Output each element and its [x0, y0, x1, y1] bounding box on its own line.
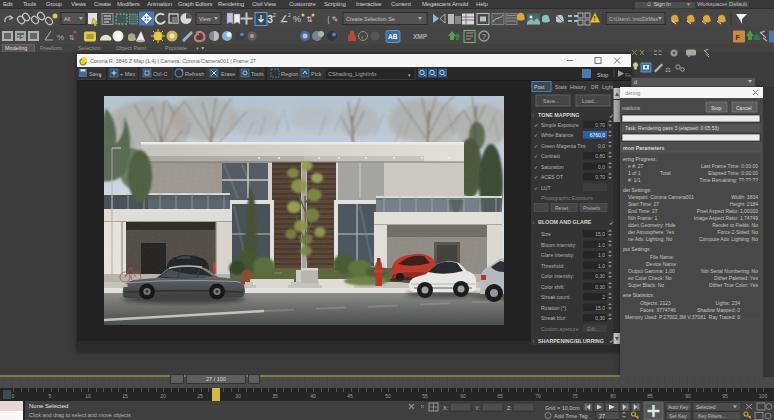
svg-text:Photographic Exposure: Photographic Exposure: [541, 195, 593, 201]
svg-text:Task: Rendering pass 3 (elap: Task: Rendering pass 3 (elapsed: 0:05:53…: [625, 125, 719, 131]
svg-text:↕: ↕: [532, 112, 535, 118]
svg-text:15,0: 15,0: [595, 231, 605, 237]
svg-text:Nth Frame: 1: Nth Frame: 1: [628, 215, 657, 221]
svg-text:Color intensity:: Color intensity:: [541, 273, 574, 279]
svg-text:Reset: Reset: [555, 205, 569, 211]
svg-text:Time Remaining: ??:??:??: Time Remaining: ??:??:??: [700, 177, 759, 183]
svg-text:Dither Paletted: Yes: Dither Paletted: Yes: [714, 275, 758, 281]
svg-text:dering: dering: [625, 90, 640, 96]
svg-text:Shadow Mapped: 0: Shadow Mapped: 0: [697, 307, 740, 313]
svg-text:+ Max: + Max: [120, 71, 135, 77]
svg-text:Y:: Y:: [475, 405, 480, 411]
svg-text:ACES OT: ACES OT: [541, 174, 563, 180]
svg-text:!: !: [593, 15, 595, 22]
svg-text:Contrast: Contrast: [541, 153, 561, 159]
svg-text:White Balance: White Balance: [541, 132, 573, 138]
svg-text:%: %: [293, 14, 301, 24]
svg-text:2: 2: [288, 12, 291, 18]
svg-text:Faces: 9774746: Faces: 9774746: [640, 307, 676, 313]
svg-text:Key Filters...: Key Filters...: [698, 413, 726, 419]
svg-text:15,0: 15,0: [595, 305, 605, 311]
svg-text:Erase: Erase: [221, 71, 235, 77]
svg-text:Start Time: 27: Start Time: 27: [628, 201, 659, 207]
svg-text:Cancel: Cancel: [736, 105, 752, 111]
svg-text:Pick: Pick: [311, 71, 322, 77]
svg-text:LUT: LUT: [541, 185, 550, 191]
svg-text:0,70: 0,70: [595, 122, 605, 128]
svg-text:Nth Serial Numbering: No: Nth Serial Numbering: No: [701, 268, 758, 274]
svg-text:2: 2: [602, 294, 605, 300]
svg-text:e #: 27: e #: 27: [628, 163, 644, 169]
svg-text:Stop: Stop: [711, 105, 722, 111]
svg-text:⚖: ⚖: [665, 66, 671, 73]
svg-text:Color shift:: Color shift:: [541, 284, 565, 290]
svg-text:XMP: XMP: [413, 33, 428, 40]
svg-text:⇅: ⇅: [69, 34, 75, 41]
svg-text:C:\Users\..\mtcDirMax: C:\Users\..\mtcDirMax: [609, 16, 658, 22]
svg-text:Auto Key: Auto Key: [668, 404, 689, 410]
svg-text:1 of 1: 1 of 1: [628, 170, 641, 176]
svg-text:History: History: [570, 84, 587, 90]
svg-text:i: i: [362, 34, 363, 40]
svg-text:AB: AB: [388, 33, 398, 40]
svg-text:DR: DR: [591, 84, 599, 90]
svg-text:Last Frame Time: 0:00:00: Last Frame Time: 0:00:00: [701, 163, 758, 169]
svg-text:Stats: Stats: [555, 84, 567, 90]
svg-text:Edit...: Edit...: [587, 326, 600, 332]
svg-text:Grid = 10,0cm: Grid = 10,0cm: [545, 405, 580, 411]
svg-text:Width: 3834: Width: 3834: [731, 194, 758, 200]
svg-text:F: F: [736, 34, 741, 41]
svg-text:Force 2-Sided: No: Force 2-Sided: No: [717, 229, 758, 235]
svg-text:✓: ✓: [534, 122, 538, 128]
svg-text:Create Selection Se: Create Selection Se: [346, 16, 395, 22]
svg-text:✓: ✓: [534, 143, 538, 149]
svg-text:0,80: 0,80: [595, 153, 605, 159]
svg-text:Streak blur:: Streak blur:: [541, 315, 567, 321]
svg-text:6760,0: 6760,0: [590, 132, 606, 138]
svg-text:Refresh: Refresh: [185, 71, 204, 77]
svg-text:Streak count:: Streak count:: [541, 294, 570, 300]
svg-text:Lights: 234: Lights: 234: [716, 300, 741, 306]
svg-text:Selected: Selected: [696, 404, 716, 410]
svg-text:Ctrl-C: Ctrl-C: [153, 71, 167, 77]
svg-text:✓: ✓: [534, 164, 538, 170]
svg-text:0,0: 0,0: [598, 164, 605, 170]
svg-text:Ray Traced: 0: Ray Traced: 0: [709, 314, 740, 320]
svg-text:Saturation: Saturation: [541, 164, 564, 170]
svg-text:Compute Adv. Lighting: No: Compute Adv. Lighting: No: [699, 236, 758, 242]
svg-text:1,0: 1,0: [598, 242, 605, 248]
svg-text:⇅: ⇅: [306, 15, 313, 24]
svg-text:1,0: 1,0: [598, 263, 605, 269]
svg-text:Presets: Presets: [583, 205, 600, 211]
svg-text:dden Geometry: Hide: dden Geometry: Hide: [628, 222, 676, 228]
svg-text:Glare intensity:: Glare intensity:: [541, 252, 574, 258]
svg-text:2: 2: [273, 12, 276, 18]
svg-text:Bloom intensity:: Bloom intensity:: [541, 242, 576, 248]
svg-text:CShading_LightInfo: CShading_LightInfo: [328, 71, 376, 77]
svg-text:Region: Region: [281, 71, 298, 77]
svg-text:Post: Post: [534, 84, 545, 90]
svg-text:der Settings:: der Settings:: [623, 187, 651, 193]
svg-text:Image Aspect Ratio: 1,74749: Image Aspect Ratio: 1,74749: [694, 215, 758, 221]
svg-text:End Time: 27: End Time: 27: [628, 208, 658, 214]
svg-text:Rotation [°]:: Rotation [°]:: [541, 305, 567, 311]
svg-text:mon Parameters: mon Parameters: [623, 145, 665, 151]
svg-text:27: 27: [599, 413, 605, 419]
svg-text:SHARPENING/BLURRING: SHARPENING/BLURRING: [538, 338, 604, 344]
svg-text:Set Key: Set Key: [669, 413, 687, 419]
svg-text:ne Adv. Lighting: No: ne Adv. Lighting: No: [628, 236, 673, 242]
svg-text:↕: ↕: [532, 219, 535, 225]
svg-text:0,30: 0,30: [595, 315, 605, 321]
svg-text:mations: mations: [622, 105, 641, 111]
svg-text:Device Name:: Device Name:: [646, 261, 677, 267]
svg-text:2.5: 2.5: [17, 34, 24, 40]
svg-text:✓: ✓: [534, 132, 538, 138]
svg-text:Dither True Color: Yes: Dither True Color: Yes: [709, 282, 758, 288]
svg-text:File Name:: File Name:: [650, 254, 674, 260]
svg-text:Threshold:: Threshold:: [541, 263, 565, 269]
svg-text:✓: ✓: [534, 174, 538, 180]
svg-text:Green-Magenta Tint: Green-Magenta Tint: [541, 143, 586, 149]
svg-text:Add Time Tag: Add Time Tag: [554, 413, 588, 419]
svg-text:TONE MAPPING: TONE MAPPING: [538, 112, 580, 118]
svg-text:Pixel Aspect Ratio: 1,00000: Pixel Aspect Ratio: 1,00000: [697, 208, 758, 214]
